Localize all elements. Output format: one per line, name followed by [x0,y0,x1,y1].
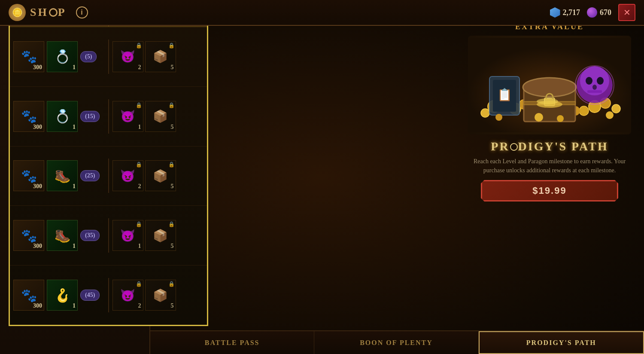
close-button[interactable]: ✕ [618,4,635,21]
skull-icon-2: 😈 [120,109,135,123]
orbs-display: 670 [587,7,611,18]
adept-item-boot-4[interactable]: 🥾 1 [47,220,78,251]
adept-item-ring-2[interactable]: 💍 1 [47,101,78,132]
prodigy-side-row4: 😈 🔒 1 📦 🔒 5 [109,218,207,253]
lock-icon-5b: 🔒 [168,281,175,287]
stone-icon-2: 📦 [153,109,168,123]
boot-icon-4: 🥾 [55,228,70,243]
adept-item-wolf-5[interactable]: 🐾 300 [13,280,44,311]
lock-icon-2: 🔒 [136,102,142,109]
adept-count-1b: 1 [73,64,76,71]
stone-icon-1: 📦 [153,49,168,64]
shop-coin-icon: 🪙 [9,4,26,21]
lock-icon-2b: 🔒 [168,102,175,109]
adept-item-wolf-1[interactable]: 🐾 300 [13,41,44,72]
adept-count-5a: 300 [33,302,42,309]
orbs-count: 670 [600,8,611,17]
svg-point-8 [612,104,620,113]
prodigy-count-5b: 5 [171,302,174,309]
svg-point-3 [481,109,489,117]
wolf-icon-5: 🐾 [21,288,37,303]
prodigy-side-row2: 😈 🔒 1 📦 🔒 5 [109,99,207,134]
adept-item-ring-1[interactable]: 💍 1 [47,41,78,72]
lock-icon-4: 🔒 [136,221,142,228]
svg-point-26 [597,77,604,85]
prodigy-count-1a: 2 [138,64,141,71]
lock-icon-4b: 🔒 [168,221,175,228]
lock-icon-3: 🔒 [136,162,142,168]
prodigy-item-stone-4[interactable]: 📦 🔒 5 [145,220,176,251]
prodigy-count-2a: 1 [138,124,141,131]
ring-icon-2: 💍 [55,109,70,124]
prodigy-item-skull-1[interactable]: 😈 🔒 2 [112,41,143,72]
treasure-image: 📋 [468,36,631,134]
skull-icon-4: 😈 [120,229,135,243]
svg-point-32 [495,114,502,121]
product-title: PRDIGY'S PATH [491,140,608,153]
adept-count-2b: 1 [73,124,76,131]
prodigy-count-1b: 5 [171,64,174,71]
prodigy-item-skull-4[interactable]: 😈 🔒 1 [112,220,143,251]
adept-item-wolf-2[interactable]: 🐾 300 [13,101,44,132]
prodigy-item-stone-2[interactable]: 📦 🔒 5 [145,101,176,132]
tab-battle-pass[interactable]: BATTLE PASS [150,331,314,354]
svg-point-31 [557,115,564,122]
adept-count-1a: 300 [33,64,42,71]
wolf-icon-2: 🐾 [21,109,37,124]
adept-item-wolf-3[interactable]: 🐾 300 [13,160,44,191]
svg-point-27 [592,85,597,90]
prodigy-side-row1: 😈 🔒 2 📦 🔒 5 [109,40,207,74]
adept-item-wolf-4[interactable]: 🐾 300 [13,220,44,251]
gems-count: 2,717 [563,8,580,17]
adept-item-hook-5[interactable]: 🪝 1 [47,280,78,311]
adept-count-3b: 1 [73,183,76,190]
adept-side-row2: 🐾 300 💍 1 (15) [10,99,109,134]
prodigy-item-stone-5[interactable]: 📦 🔒 5 [145,280,176,311]
gem-icon [550,7,560,18]
prodigy-count-4a: 1 [138,243,141,250]
wolf-icon-1: 🐾 [21,49,37,64]
prodigy-count-5a: 2 [138,302,141,309]
adept-count-5b: 1 [73,302,76,309]
prodigy-count-3a: 2 [138,183,141,190]
adept-side-row4: 🐾 300 🥾 1 (35) [10,218,109,253]
prodigy-item-stone-1[interactable]: 📦 🔒 5 [145,41,176,72]
tabs-bar: BATTLE PASS BOON OF PLENTY PRODIGY'S PAT… [150,330,644,354]
table-row: 🐾 300 💍 1 (15) 😈 🔒 1 📦 🔒 5 [10,87,207,146]
top-bar: 🪙 SHP i 2,717 670 ✕ [0,0,644,26]
prodigy-side-row3: 😈 🔒 2 📦 🔒 5 [109,159,207,193]
lock-icon-1: 🔒 [136,43,142,49]
treasure-svg: 📋 [468,38,631,132]
prodigy-item-skull-5[interactable]: 😈 🔒 2 [112,280,143,311]
purchase-button[interactable]: $19.99 [481,180,618,201]
prodigy-item-stone-3[interactable]: 📦 🔒 5 [145,160,176,191]
shop-title: SHP [30,6,67,19]
tab-boon-of-plenty[interactable]: BOON OF PLENTY [314,331,478,354]
lock-icon-5: 🔒 [136,281,142,287]
skull-icon-3: 😈 [120,169,135,183]
svg-point-9 [579,106,589,116]
stone-icon-3: 📦 [153,169,168,183]
adept-side-row3: 🐾 300 🥾 1 (25) [10,159,109,193]
svg-point-30 [535,113,543,122]
gems-display: 2,717 [550,7,580,18]
table-row: 🐾 300 🥾 1 (25) 😈 🔒 2 📦 🔒 5 [10,146,207,206]
svg-rect-28 [587,90,602,93]
table-row: 🐾 300 💍 1 (5) 😈 🔒 2 📦 🔒 5 [10,27,207,87]
prodigy-item-skull-2[interactable]: 😈 🔒 1 [112,101,143,132]
adept-side-row5: 🐾 300 🪝 1 (45) [10,278,109,312]
milestone-badge-5: (45) [80,290,100,301]
info-button[interactable]: i [76,6,88,18]
stone-icon-4: 📦 [153,229,168,243]
adept-count-4b: 1 [73,243,76,250]
milestone-badge-1: (5) [80,51,97,62]
lock-icon-3b: 🔒 [168,162,175,168]
prize-rows: 🐾 300 💍 1 (5) 😈 🔒 2 📦 🔒 5 [10,27,207,325]
right-panel: +400% EXTRA VALUE [459,4,640,326]
tab-prodigys-path[interactable]: PRODIGY'S PATH [479,331,644,354]
prodigy-item-skull-3[interactable]: 😈 🔒 2 [112,160,143,191]
prodigy-count-4b: 5 [171,243,174,250]
adept-item-boot-3[interactable]: 🥾 1 [47,160,78,191]
milestone-badge-4: (35) [80,230,100,241]
skull-icon-1: 😈 [120,49,135,64]
